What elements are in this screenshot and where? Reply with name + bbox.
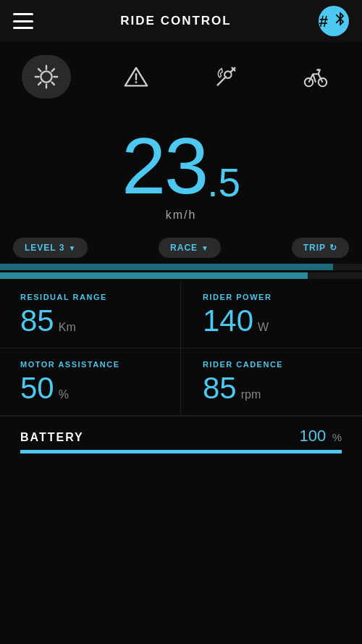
mode-label: RACE xyxy=(170,243,198,253)
speed-unit: km/h xyxy=(0,209,362,222)
progress-bars xyxy=(0,258,362,279)
stat-motor-assistance: MOTOR ASSISTANCE 50 % xyxy=(0,348,181,416)
nav-warning-button[interactable] xyxy=(111,55,161,99)
svg-line-8 xyxy=(38,83,41,85)
rider-cadence-label: RIDER CADENCE xyxy=(203,360,348,369)
battery-unit: % xyxy=(332,431,342,443)
svg-line-6 xyxy=(52,83,54,85)
residual-range-value: 85 xyxy=(20,306,54,336)
svg-point-17 xyxy=(317,69,319,71)
control-bar: LEVEL 3 ▼ RACE ▼ TRIP ↻ xyxy=(0,229,362,258)
stat-rider-power: RIDER POWER 140 W xyxy=(181,281,362,348)
bluetooth-svg xyxy=(332,11,348,27)
header: RIDE CONTROL #︎ xyxy=(0,0,362,42)
trip-label: TRIP xyxy=(303,243,326,253)
svg-line-11 xyxy=(218,77,226,85)
nav-light-button[interactable] xyxy=(22,55,71,99)
speed-section: 23.5 km/h xyxy=(0,112,362,229)
stat-residual-range: RESIDUAL RANGE 85 Km xyxy=(0,281,181,348)
nav-icons-bar xyxy=(0,42,362,112)
menu-button[interactable] xyxy=(13,13,33,29)
svg-point-15 xyxy=(305,78,313,86)
progress-bar-2-fill xyxy=(0,272,308,279)
rider-power-label: RIDER POWER xyxy=(203,293,348,301)
progress-bar-1 xyxy=(0,264,362,270)
mode-button[interactable]: RACE ▼ xyxy=(159,238,221,258)
battery-label: BATTERY xyxy=(20,431,84,444)
stats-grid: RESIDUAL RANGE 85 Km RIDER POWER 140 W M… xyxy=(0,281,362,416)
motor-assistance-value: 50 xyxy=(20,373,54,403)
light-icon xyxy=(33,63,60,91)
speed-decimal: .5 xyxy=(207,160,240,205)
rider-power-value: 140 xyxy=(203,306,253,336)
residual-range-label: RESIDUAL RANGE xyxy=(20,293,166,301)
battery-row: BATTERY 100 % xyxy=(20,427,342,446)
battery-bar-bg xyxy=(20,450,342,453)
svg-point-0 xyxy=(41,71,51,82)
trip-button[interactable]: TRIP ↻ xyxy=(292,238,349,258)
rider-power-unit: W xyxy=(258,321,269,334)
rider-cadence-unit: rpm xyxy=(241,388,261,401)
app-title: RIDE CONTROL xyxy=(33,14,319,28)
progress-bar-2 xyxy=(0,272,362,279)
battery-value: 100 xyxy=(299,427,326,445)
bluetooth-icon: #︎ xyxy=(319,11,348,31)
residual-range-unit: Km xyxy=(59,321,76,334)
tools-icon xyxy=(212,63,240,91)
bluetooth-button[interactable]: #︎ xyxy=(319,6,349,36)
progress-bar-1-fill xyxy=(0,264,333,270)
level-button[interactable]: LEVEL 3 ▼ xyxy=(13,238,88,258)
svg-line-7 xyxy=(52,69,54,71)
svg-line-5 xyxy=(38,69,41,71)
motor-assistance-label: MOTOR ASSISTANCE xyxy=(20,360,166,369)
level-label: LEVEL 3 xyxy=(25,243,64,253)
speed-integer: 23 xyxy=(122,121,207,210)
trip-refresh-icon: ↻ xyxy=(329,243,337,253)
nav-tools-button[interactable] xyxy=(201,55,251,99)
rider-cadence-value: 85 xyxy=(203,373,237,403)
motor-assistance-unit: % xyxy=(59,388,69,401)
mode-chevron: ▼ xyxy=(201,244,209,252)
nav-bike-button[interactable] xyxy=(291,55,340,99)
battery-section: BATTERY 100 % xyxy=(0,416,362,459)
battery-bar-fill xyxy=(20,450,342,453)
bike-icon xyxy=(302,63,329,91)
warning-icon xyxy=(122,63,150,91)
stat-rider-cadence: RIDER CADENCE 85 rpm xyxy=(181,348,362,416)
svg-point-10 xyxy=(135,81,138,83)
level-chevron: ▼ xyxy=(68,244,76,252)
svg-point-16 xyxy=(319,78,327,86)
